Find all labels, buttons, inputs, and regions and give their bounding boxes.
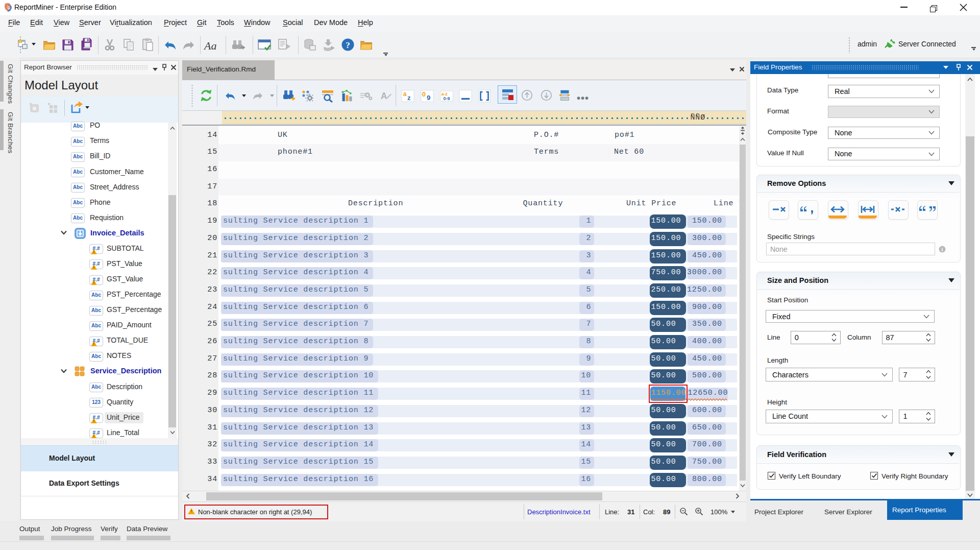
svg-text:9: 9: [427, 94, 430, 102]
svg-text:A: A: [381, 91, 387, 101]
svg-text:i: i: [942, 247, 943, 252]
svg-text:0-9: 0-9: [444, 96, 450, 101]
svg-text:a: a: [403, 90, 407, 98]
svg-text:z: z: [407, 94, 411, 102]
svg-text:?: ?: [346, 40, 350, 50]
svg-text:0: 0: [422, 90, 426, 98]
